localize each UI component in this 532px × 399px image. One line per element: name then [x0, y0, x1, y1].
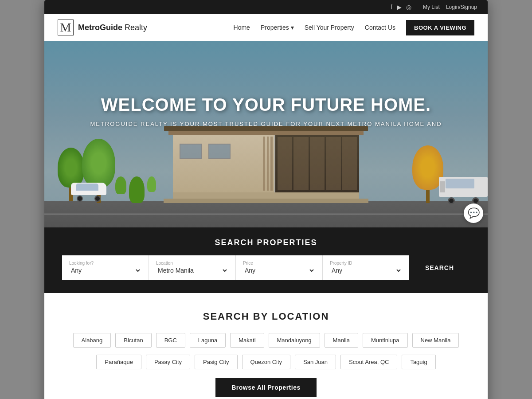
property-id-select[interactable]: Any — [330, 266, 402, 274]
tag-laguna[interactable]: Laguna — [190, 333, 226, 348]
tag-san-juan[interactable]: San Juan — [295, 355, 336, 369]
search-title: SEARCH PROPERTIES — [62, 238, 470, 247]
instagram-icon[interactable]: ◎ — [406, 4, 411, 11]
tag-mandaluyong[interactable]: Mandaluyong — [269, 333, 320, 348]
tag-makati[interactable]: Makati — [230, 333, 264, 348]
location-tags-row2: Parañaque Pasay City Pasig City Quezon C… — [62, 355, 470, 369]
tag-pasig[interactable]: Pasig City — [195, 355, 238, 369]
price-label: Price — [243, 261, 315, 266]
landscape-plants — [115, 176, 156, 203]
location-select[interactable]: Metro Manila Quezon City Makati — [156, 266, 228, 274]
search-section: SEARCH PROPERTIES Looking for? Any House… — [44, 227, 488, 293]
browse-btn-wrap: Browse All Properties — [62, 378, 470, 397]
logo: M MetroGuide Realty — [58, 20, 147, 35]
tag-muntinlupa[interactable]: Muntinlupa — [363, 333, 408, 348]
nav-sell[interactable]: Sell Your Property — [305, 24, 354, 31]
my-list-link[interactable]: My List — [423, 4, 440, 10]
looking-for-field: Looking for? Any House Condo Lot — [62, 255, 149, 280]
youtube-icon[interactable]: ▶ — [397, 4, 402, 11]
hero-title: WELCOME TO YOUR FUTURE HOME. — [89, 95, 443, 114]
tag-manila[interactable]: Manila — [325, 333, 358, 348]
tag-bicutan[interactable]: Bicutan — [115, 333, 151, 348]
tag-new-manila[interactable]: New Manila — [412, 333, 459, 348]
top-bar: f ▶ ◎ My List Login/Signup — [44, 0, 488, 14]
looking-for-label: Looking for? — [69, 261, 141, 266]
tag-scout-area[interactable]: Scout Area, QC — [340, 355, 397, 369]
nav-contact[interactable]: Contact Us — [365, 24, 395, 31]
facebook-icon[interactable]: f — [391, 4, 392, 11]
logo-icon: M — [58, 20, 74, 35]
tag-quezon-city[interactable]: Quezon City — [242, 355, 291, 369]
tag-paranaque[interactable]: Parañaque — [96, 355, 141, 369]
social-icons: f ▶ ◎ — [391, 4, 411, 11]
nav-home[interactable]: Home — [234, 24, 250, 31]
tag-alabang[interactable]: Alabang — [73, 333, 111, 348]
nav-properties[interactable]: Properties ▾ — [261, 24, 294, 31]
book-viewing-button[interactable]: BOOK A VIEWING — [406, 20, 474, 35]
tag-bgc[interactable]: BGC — [156, 333, 185, 348]
jeep-right — [439, 177, 488, 204]
search-bar: Looking for? Any House Condo Lot Locatio… — [62, 255, 470, 280]
location-tags: Alabang Bicutan BGC Laguna Makati Mandal… — [62, 333, 470, 348]
logo-brand: MetroGuide — [78, 23, 122, 32]
logo-suffix: Realty — [122, 23, 147, 32]
tag-pasay[interactable]: Pasay City — [146, 355, 190, 369]
property-id-field: Property ID Any — [323, 255, 409, 280]
dropdown-icon: ▾ — [291, 24, 294, 31]
price-field: Price Any Below 1M 1M-5M 5M-10M — [236, 255, 323, 280]
property-id-label: Property ID — [330, 261, 402, 266]
navbar: M MetroGuide Realty Home Properties ▾ Se… — [44, 14, 488, 41]
price-select[interactable]: Any Below 1M 1M-5M 5M-10M — [243, 266, 315, 274]
tag-taguig[interactable]: Taguig — [402, 355, 435, 369]
logo-text: MetroGuide Realty — [78, 23, 147, 32]
browse-all-button[interactable]: Browse All Properties — [215, 378, 316, 397]
messenger-bubble[interactable]: 💬 — [464, 203, 483, 223]
login-signup-link[interactable]: Login/Signup — [446, 4, 477, 10]
messenger-icon: 💬 — [468, 207, 480, 219]
location-section: SEARCH BY LOCATION Alabang Bicutan BGC L… — [44, 293, 488, 399]
white-car — [71, 183, 106, 202]
location-label: Location — [156, 261, 228, 266]
search-button[interactable]: SEARCH — [409, 255, 470, 280]
house — [173, 126, 359, 203]
looking-for-select[interactable]: Any House Condo Lot — [69, 266, 141, 274]
hero-section: WELCOME TO YOUR FUTURE HOME. METROGUIDE … — [44, 41, 488, 227]
nav-links: Home Properties ▾ Sell Your Property Con… — [234, 20, 474, 35]
location-field: Location Metro Manila Quezon City Makati — [149, 255, 236, 280]
location-title: SEARCH BY LOCATION — [62, 311, 470, 322]
